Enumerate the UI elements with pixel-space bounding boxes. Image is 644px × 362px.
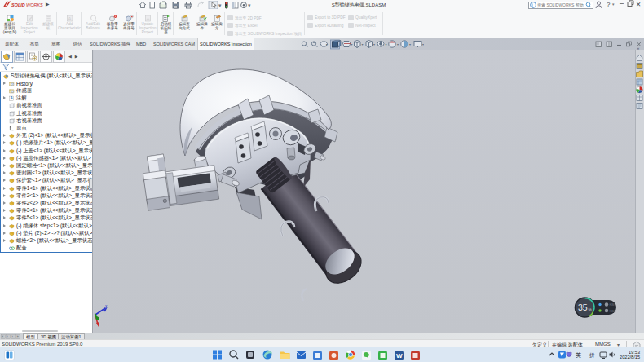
svg-text:英: 英 <box>576 352 581 359</box>
svg-text:拼: 拼 <box>589 352 595 358</box>
svg-text:W: W <box>396 352 403 360</box>
svg-text:x: x <box>105 303 108 308</box>
